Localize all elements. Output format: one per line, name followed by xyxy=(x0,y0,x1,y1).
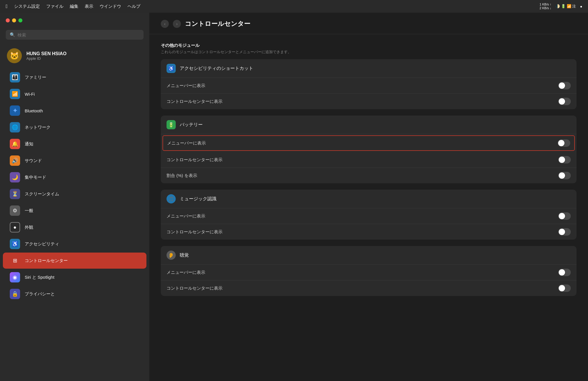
focus-icon: 🌙 xyxy=(10,172,20,182)
menubar-window[interactable]: ウインドウ xyxy=(100,4,121,9)
sidebar-item-wifi[interactable]: 📶 Wi-Fi xyxy=(3,86,146,102)
sidebar: 🔍 🐱 HUNG SEN HSIAO Apple ID 👨‍👩‍👧 ファミリー … xyxy=(0,13,149,381)
accessibility-control-toggle[interactable] xyxy=(558,98,571,105)
app-window: 🔍 🐱 HUNG SEN HSIAO Apple ID 👨‍👩‍👧 ファミリー … xyxy=(0,13,588,381)
user-profile[interactable]: 🐱 HUNG SEN HSIAO Apple ID xyxy=(0,45,149,66)
section-other-subtitle: これらのモジュールはコントロールセンターとメニューバーに追加できます。 xyxy=(161,49,577,55)
accessibility-shortcut-card: ♿ アクセシビリティのショートカット メニューバーに表示 コントロールセンターに… xyxy=(161,59,577,109)
notification-icon: 🔔 xyxy=(10,139,20,149)
hearing-control-label: コントロールセンターに表示 xyxy=(167,286,223,291)
sidebar-label-general: 一般 xyxy=(25,208,33,213)
accessibility-control-row: コントロールセンターに表示 xyxy=(161,94,577,109)
sidebar-item-controlcenter[interactable]: ⊞ コントロールセンター xyxy=(3,253,146,269)
accessibility-shortcut-icon: ♿ xyxy=(167,64,176,73)
sidebar-item-bluetooth[interactable]: ✦ Bluetooth xyxy=(3,103,146,119)
sidebar-item-appearance[interactable]: ● 外観 xyxy=(3,219,146,235)
sidebar-label-privacy: プライバシーと xyxy=(25,291,55,297)
minimize-button[interactable] xyxy=(12,18,16,22)
back-button[interactable]: ‹ xyxy=(161,20,169,28)
hearing-icon: 👂 xyxy=(167,251,176,260)
sidebar-label-sound: サウンド xyxy=(25,158,42,163)
menubar-help[interactable]: ヘルプ xyxy=(127,4,140,9)
battery-percent-row: 割合 (%) を表示 xyxy=(161,168,577,183)
menubar:  システム設定 ファイル 編集 表示 ウインドウ ヘルプ 1 KB/s ↑2 … xyxy=(0,0,588,13)
general-icon: ⚙ xyxy=(10,205,20,216)
music-menubar-toggle[interactable] xyxy=(558,212,571,220)
sidebar-label-bluetooth: Bluetooth xyxy=(25,108,43,113)
music-control-toggle[interactable] xyxy=(558,228,571,236)
hearing-title: 聴覚 xyxy=(180,252,189,258)
sidebar-item-siri[interactable]: ◉ Siri と Spotlight xyxy=(3,269,146,285)
sidebar-label-notification: 通知 xyxy=(25,141,33,147)
accessibility-menubar-row: メニューバーに表示 xyxy=(161,78,577,94)
sidebar-label-screentime: スクリーンタイム xyxy=(25,191,59,197)
accessibility-control-label: コントロールセンターに表示 xyxy=(167,99,223,104)
search-bar[interactable]: 🔍 xyxy=(6,30,144,40)
music-menubar-label: メニューバーに表示 xyxy=(167,213,205,219)
battery-title: バッテリー xyxy=(180,122,203,128)
privacy-icon: 🔒 xyxy=(10,289,20,299)
user-name: HUNG SEN HSIAO xyxy=(26,51,67,56)
menubar-icons: 🌓 🔋 📶 注 xyxy=(555,4,576,9)
music-recognition-title: ミュージック認識 xyxy=(180,196,216,202)
menubar-edit[interactable]: 編集 xyxy=(70,4,78,9)
menubar-view[interactable]: 表示 xyxy=(85,4,93,9)
sidebar-label-controlcenter: コントロールセンター xyxy=(25,258,68,263)
battery-header: 🔋 バッテリー xyxy=(161,116,577,134)
battery-percent-label: 割合 (%) を表示 xyxy=(167,173,197,178)
sidebar-item-network[interactable]: 🌐 ネットワーク xyxy=(3,119,146,135)
sidebar-item-notification[interactable]: 🔔 通知 xyxy=(3,136,146,152)
appearance-icon: ● xyxy=(10,222,20,232)
hearing-control-toggle[interactable] xyxy=(558,284,571,292)
sidebar-item-focus[interactable]: 🌙 集中モード xyxy=(3,169,146,185)
menubar-system-settings[interactable]: システム設定 xyxy=(14,4,40,9)
network-speed: 1 KB/s ↑2 KB/s ↓ xyxy=(539,3,551,10)
music-recognition-header: 🎵 ミュージック認識 xyxy=(161,190,577,208)
sidebar-item-screentime[interactable]: ⏳ スクリーンタイム xyxy=(3,186,146,202)
section-other-header: その他のモジュール これらのモジュールはコントロールセンターとメニューバーに追加… xyxy=(161,43,577,55)
sidebar-item-privacy[interactable]: 🔒 プライバシーと xyxy=(3,286,146,302)
menubar-file[interactable]: ファイル xyxy=(46,4,63,9)
network-icon: 🌐 xyxy=(10,122,20,132)
battery-control-toggle[interactable] xyxy=(558,156,571,163)
battery-menubar-toggle[interactable] xyxy=(558,139,570,147)
sidebar-label-accessibility: アクセシビリティ xyxy=(25,241,59,247)
accessibility-icon: ♿ xyxy=(10,239,20,249)
sidebar-item-accessibility[interactable]: ♿ アクセシビリティ xyxy=(3,236,146,252)
accessibility-menubar-label: メニューバーに表示 xyxy=(167,83,205,88)
traffic-lights xyxy=(0,18,149,27)
controlcenter-icon: ⊞ xyxy=(10,255,20,266)
music-recognition-card: 🎵 ミュージック認識 メニューバーに表示 コントロールセンターに表示 xyxy=(161,190,577,240)
hearing-menubar-toggle[interactable] xyxy=(558,269,571,276)
sidebar-label-wifi: Wi-Fi xyxy=(25,92,35,97)
sidebar-item-sound[interactable]: 🔊 サウンド xyxy=(3,153,146,169)
hearing-header: 👂 聴覚 xyxy=(161,246,577,265)
music-control-label: コントロールセンターに表示 xyxy=(167,229,223,235)
accessibility-menubar-toggle[interactable] xyxy=(558,82,571,89)
close-button[interactable] xyxy=(6,18,10,22)
content-body: その他のモジュール これらのモジュールはコントロールセンターとメニューバーに追加… xyxy=(149,34,588,311)
music-control-row: コントロールセンターに表示 xyxy=(161,224,577,240)
family-icon: 👨‍👩‍👧 xyxy=(10,72,20,82)
battery-menubar-label: メニューバーに表示 xyxy=(167,141,206,146)
avatar: 🐱 xyxy=(7,48,22,63)
bluetooth-icon: ✦ xyxy=(10,105,20,116)
battery-percent-toggle[interactable] xyxy=(558,172,571,179)
sidebar-item-family[interactable]: 👨‍👩‍👧 ファミリー xyxy=(3,69,146,85)
main-content: ‹ › コントロールセンター その他のモジュール これらのモジュールはコントロー… xyxy=(149,13,588,381)
sidebar-label-appearance: 外観 xyxy=(25,225,33,230)
user-info: HUNG SEN HSIAO Apple ID xyxy=(26,51,67,61)
battery-card: 🔋 バッテリー メニューバーに表示 コントロールセンターに表示 割合 (%) を… xyxy=(161,116,577,183)
hearing-control-row: コントロールセンターに表示 xyxy=(161,280,577,296)
forward-button[interactable]: › xyxy=(173,20,181,28)
battery-icon: 🔋 xyxy=(167,120,176,129)
maximize-button[interactable] xyxy=(18,18,22,22)
sidebar-label-network: ネットワーク xyxy=(25,125,51,130)
battery-menubar-row: メニューバーに表示 xyxy=(163,135,575,151)
menubar-right: 1 KB/s ↑2 KB/s ↓ 🌓 🔋 📶 注 ● xyxy=(539,3,582,10)
sidebar-item-general[interactable]: ⚙ 一般 xyxy=(3,203,146,219)
search-input[interactable] xyxy=(18,32,140,37)
hearing-card: 👂 聴覚 メニューバーに表示 コントロールセンターに表示 xyxy=(161,246,577,296)
apple-menu[interactable]:  xyxy=(6,3,8,9)
section-other-title: その他のモジュール xyxy=(161,43,577,48)
